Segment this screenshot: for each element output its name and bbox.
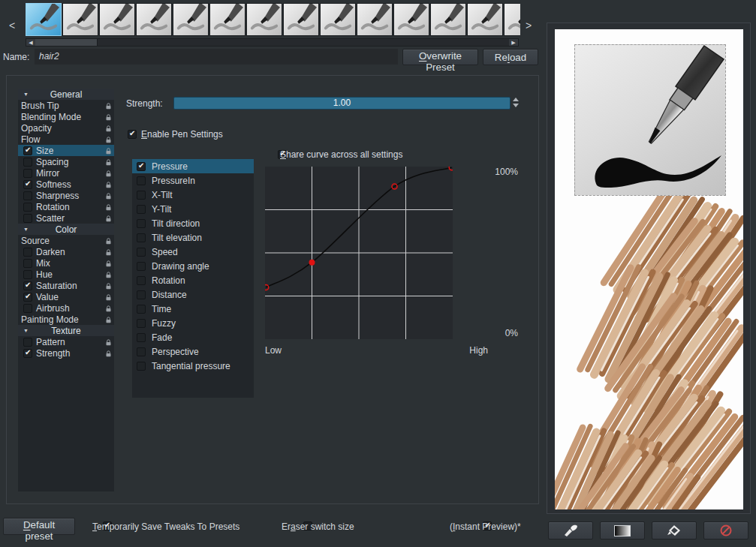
- option-enabled-checkbox[interactable]: [23, 248, 32, 257]
- sensor-enabled-checkbox[interactable]: [137, 290, 146, 299]
- sensor-enabled-checkbox[interactable]: [137, 347, 146, 356]
- preset-strip-scrollbar[interactable]: ◀ ▶: [26, 38, 519, 47]
- brush-preset-8[interactable]: [283, 3, 319, 36]
- preset-name-input[interactable]: hair2: [35, 49, 398, 65]
- sidebar-item-saturation[interactable]: Saturation: [18, 280, 114, 291]
- sidebar-item-darken[interactable]: Darken: [18, 246, 114, 257]
- preview-scratchpad-panel[interactable]: [547, 23, 751, 514]
- sidebar-item-pattern[interactable]: Pattern: [18, 336, 114, 347]
- sensor-enabled-checkbox[interactable]: [137, 362, 146, 371]
- option-enabled-checkbox[interactable]: [23, 191, 32, 200]
- brush-preset-7[interactable]: [246, 3, 282, 36]
- sidebar-item-scatter[interactable]: Scatter: [18, 212, 114, 224]
- option-enabled-checkbox[interactable]: [23, 338, 32, 347]
- option-enabled-checkbox[interactable]: [23, 203, 32, 212]
- brush-preset-13[interactable]: [467, 3, 503, 36]
- collapse-triangle-icon[interactable]: ▼: [23, 92, 29, 97]
- sidebar-item-hue[interactable]: Hue: [18, 269, 114, 280]
- overwrite-preset-button[interactable]: Overwrite Preset: [402, 49, 478, 65]
- scratchpad-gradient-button[interactable]: [600, 521, 645, 539]
- sensor-item-rotation[interactable]: Rotation: [132, 273, 254, 287]
- sidebar-item-mix[interactable]: Mix: [18, 257, 114, 269]
- brush-preset-9[interactable]: [320, 3, 356, 36]
- spinner-up-icon[interactable]: [513, 98, 519, 101]
- sensor-item-tangential-pressure[interactable]: Tangential pressure: [132, 359, 254, 373]
- brush-preset-6[interactable]: [209, 3, 245, 36]
- sidebar-item-rotation[interactable]: Rotation: [18, 201, 114, 212]
- sensor-item-pressurein[interactable]: PressureIn: [132, 173, 254, 188]
- brush-preset-12[interactable]: [430, 3, 466, 36]
- reload-button[interactable]: Reload: [483, 49, 538, 65]
- sensor-item-x-tilt[interactable]: X-Tilt: [132, 188, 254, 202]
- sidebar-item-value[interactable]: Value: [18, 291, 114, 302]
- scrollbar-thumb[interactable]: [35, 39, 98, 46]
- option-enabled-checkbox[interactable]: [23, 304, 32, 313]
- sidebar-item-painting-mode[interactable]: Painting Mode: [18, 314, 114, 325]
- sidebar-section-general[interactable]: ▼ General: [18, 89, 114, 100]
- option-enabled-checkbox[interactable]: [23, 281, 32, 290]
- sensor-item-distance[interactable]: Distance: [132, 287, 254, 302]
- option-enabled-checkbox[interactable]: [23, 270, 32, 279]
- scratchpad-paint-button[interactable]: [548, 521, 593, 539]
- brush-preset-11[interactable]: [393, 3, 429, 36]
- scratchpad-strokes[interactable]: [555, 196, 743, 509]
- option-enabled-checkbox[interactable]: [23, 146, 32, 155]
- default-preset-button[interactable]: Default preset: [3, 518, 75, 535]
- sensor-enabled-checkbox[interactable]: [137, 248, 146, 257]
- sensor-item-fuzzy[interactable]: Fuzzy: [132, 316, 254, 330]
- option-enabled-checkbox[interactable]: [23, 259, 32, 268]
- sidebar-item-softness[interactable]: Softness: [18, 179, 114, 190]
- scrollbar-right-arrow-icon[interactable]: ▶: [509, 39, 518, 46]
- collapse-triangle-icon[interactable]: ▼: [23, 328, 29, 333]
- sensor-enabled-checkbox[interactable]: [137, 162, 146, 171]
- brush-preset-1[interactable]: [26, 3, 62, 36]
- option-enabled-checkbox[interactable]: [23, 158, 32, 167]
- option-enabled-checkbox[interactable]: [23, 349, 32, 358]
- scratchpad-canvas[interactable]: [555, 29, 743, 509]
- sidebar-item-mirror[interactable]: Mirror: [18, 167, 114, 179]
- sidebar-item-sharpness[interactable]: Sharpness: [18, 190, 114, 201]
- pressure-curve-editor[interactable]: [265, 167, 453, 339]
- sensor-enabled-checkbox[interactable]: [137, 262, 146, 271]
- option-enabled-checkbox[interactable]: [23, 169, 32, 178]
- preset-strip-next-button[interactable]: >: [526, 20, 532, 32]
- collapse-triangle-icon[interactable]: ▼: [23, 227, 29, 232]
- preset-strip-prev-button[interactable]: <: [9, 20, 15, 32]
- sensor-enabled-checkbox[interactable]: [137, 191, 146, 200]
- spinner-down-icon[interactable]: [513, 104, 519, 107]
- brush-preset-4[interactable]: [136, 3, 172, 36]
- scratchpad-clear-button[interactable]: [703, 521, 748, 539]
- sensor-enabled-checkbox[interactable]: [137, 319, 146, 328]
- sidebar-section-color[interactable]: ▼ Color: [18, 224, 114, 235]
- sensor-enabled-checkbox[interactable]: [137, 333, 146, 342]
- option-enabled-checkbox[interactable]: [23, 214, 32, 223]
- brush-preset-3[interactable]: [99, 3, 135, 36]
- option-enabled-checkbox[interactable]: [23, 180, 32, 189]
- brush-preset-10[interactable]: [357, 3, 393, 36]
- sensor-item-tilt-direction[interactable]: Tilt direction: [132, 216, 254, 230]
- brush-preset-5[interactable]: [173, 3, 209, 36]
- sensor-enabled-checkbox[interactable]: [137, 276, 146, 285]
- sidebar-item-flow[interactable]: Flow: [18, 134, 114, 145]
- enable-pen-settings-checkbox[interactable]: [128, 130, 137, 139]
- sidebar-item-source[interactable]: Source: [18, 235, 114, 246]
- sensor-item-fade[interactable]: Fade: [132, 330, 254, 344]
- brush-preset-14[interactable]: [504, 3, 520, 36]
- sensor-item-speed[interactable]: Speed: [132, 245, 254, 259]
- sensor-enabled-checkbox[interactable]: [137, 305, 146, 314]
- sensor-item-pressure[interactable]: Pressure: [132, 159, 254, 173]
- scratchpad-fill-button[interactable]: [652, 521, 697, 539]
- sensor-item-drawing-angle[interactable]: Drawing angle: [132, 259, 254, 273]
- curve-point-2[interactable]: [309, 260, 315, 266]
- sidebar-item-blending-mode[interactable]: Blending Mode: [18, 111, 114, 122]
- sensor-enabled-checkbox[interactable]: [137, 176, 146, 185]
- strength-slider[interactable]: 1.00: [173, 97, 511, 110]
- sidebar-item-brush-tip[interactable]: Brush Tip: [18, 100, 114, 111]
- sidebar-item-airbrush[interactable]: Airbrush: [18, 302, 114, 314]
- sensor-enabled-checkbox[interactable]: [137, 233, 146, 242]
- strength-spinner[interactable]: [513, 98, 521, 109]
- sidebar-item-strength[interactable]: Strength: [18, 347, 114, 359]
- brush-preset-2[interactable]: [62, 3, 98, 36]
- sidebar-item-opacity[interactable]: Opacity: [18, 122, 114, 134]
- sensor-item-time[interactable]: Time: [132, 302, 254, 316]
